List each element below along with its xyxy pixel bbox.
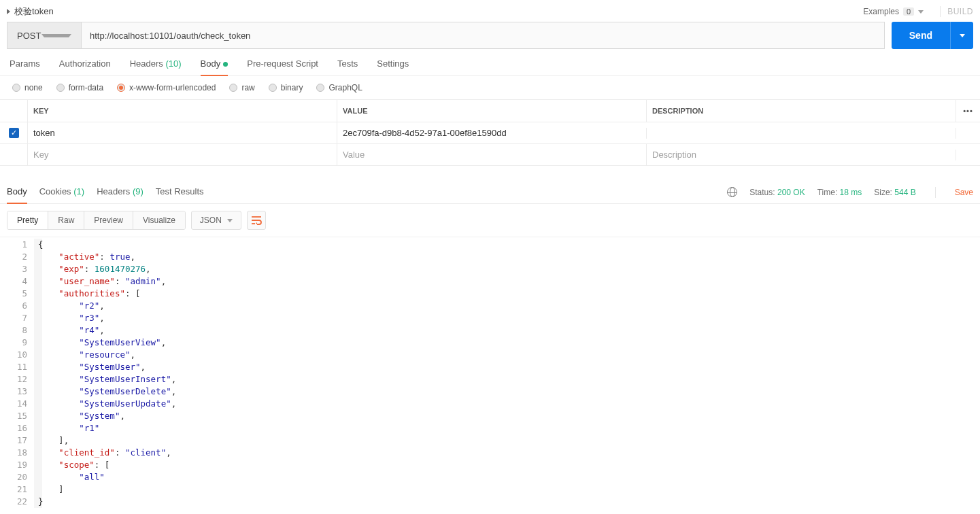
kv-header-key: KEY [27,100,337,122]
kv-desc-placeholder[interactable]: Description [646,144,956,165]
response-body-viewer[interactable]: 12345678910111213141516171819202122 { "a… [0,237,980,508]
viewer-visualize[interactable]: Visualize [133,211,185,229]
chevron-down-icon [227,219,233,222]
wrap-lines-button[interactable] [247,211,266,230]
request-name: 校验token [14,5,54,18]
body-kv-table: KEY VALUE DESCRIPTION ••• ✓ token 2ec709… [0,99,980,166]
kv-row-new: Key Value Description [0,144,980,166]
resp-tab-headers[interactable]: Headers (9) [97,181,143,203]
chevron-down-icon [41,34,71,37]
kv-row-checkbox[interactable]: ✓ [9,128,19,138]
globe-icon[interactable] [727,187,737,197]
divider [935,187,936,198]
response-tabs: Body Cookies (1) Headers (9) Test Result… [7,181,204,203]
resp-tab-body[interactable]: Body [7,181,27,203]
save-response-button[interactable]: Save [955,188,973,197]
tab-headers[interactable]: Headers (10) [130,58,182,75]
kv-header-value: VALUE [337,100,646,122]
tab-prerequest[interactable]: Pre-request Script [247,58,318,75]
viewer-pretty[interactable]: Pretty [7,211,48,229]
kv-key-placeholder[interactable]: Key [27,144,337,165]
tab-params[interactable]: Params [10,58,40,75]
viewer-lang-select[interactable]: JSON [191,211,241,230]
body-type-raw[interactable]: raw [229,83,254,92]
resp-tab-test-results[interactable]: Test Results [156,181,204,203]
method-value: POST [17,31,41,41]
chevron-down-icon [918,10,924,14]
body-type-form-data[interactable]: form-data [56,83,103,92]
chevron-down-icon [960,34,965,37]
status-meta: Status: 200 OK [749,188,805,197]
body-type-selector: none form-data x-www-form-urlencoded raw… [0,76,980,99]
request-tabs: Params Authorization Headers (10) Body P… [0,57,980,76]
kv-more-button[interactable]: ••• [956,100,980,122]
tab-authorization[interactable]: Authorization [59,58,111,75]
examples-count: 0 [903,7,914,16]
send-button[interactable]: Send [892,22,950,49]
kv-value-placeholder[interactable]: Value [337,144,646,165]
kv-key-cell[interactable]: token [27,122,337,143]
build-label: BUILD [947,7,973,16]
viewer-raw[interactable]: Raw [48,211,84,229]
tab-tests[interactable]: Tests [337,58,358,75]
kv-row: ✓ token 2ec709fa-d9b8-4d52-97a1-00ef8e15… [0,122,980,144]
method-select[interactable]: POST [7,22,82,49]
body-type-binary[interactable]: binary [269,83,303,92]
examples-label: Examples [863,7,899,16]
body-type-graphql[interactable]: GraphQL [316,83,362,92]
kv-header-desc: DESCRIPTION [646,100,956,122]
kv-desc-cell[interactable] [646,128,956,139]
size-meta: Size: 544 B [874,188,915,197]
viewer-preview[interactable]: Preview [84,211,133,229]
body-type-urlencoded[interactable]: x-www-form-urlencoded [117,83,216,92]
divider [940,6,941,17]
tab-settings[interactable]: Settings [377,58,409,75]
time-meta: Time: 18 ms [817,188,862,197]
viewer-mode-group: Pretty Raw Preview Visualize [7,211,186,230]
examples-dropdown[interactable]: Examples 0 [863,7,924,16]
url-input[interactable] [90,31,876,41]
tab-body[interactable]: Body [201,58,229,75]
body-type-none[interactable]: none [12,83,43,92]
dot-indicator-icon [223,62,228,67]
send-dropdown-button[interactable] [950,22,973,49]
kv-value-cell[interactable]: 2ec709fa-d9b8-4d52-97a1-00ef8e1590dd [337,122,646,143]
collapse-caret-icon[interactable] [7,9,10,14]
resp-tab-cookies[interactable]: Cookies (1) [39,181,84,203]
